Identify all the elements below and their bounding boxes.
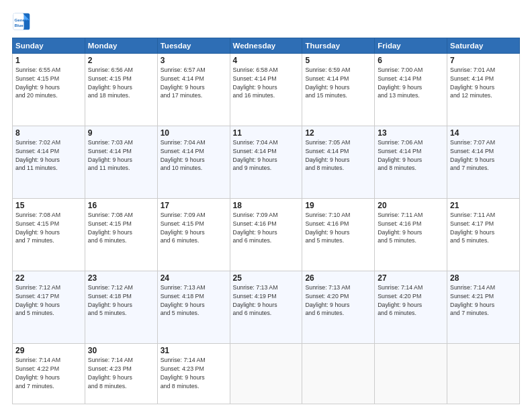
day-number: 12 (305, 128, 371, 138)
calendar-cell: 25Sunrise: 7:13 AM Sunset: 4:19 PM Dayli… (230, 271, 302, 344)
calendar-cell: 16Sunrise: 7:08 AM Sunset: 4:15 PM Dayli… (85, 199, 157, 271)
day-info: Sunrise: 7:09 AM Sunset: 4:15 PM Dayligh… (161, 211, 227, 245)
day-number: 10 (161, 128, 227, 138)
day-number: 14 (450, 128, 517, 138)
calendar-cell: 21Sunrise: 7:11 AM Sunset: 4:17 PM Dayli… (447, 199, 520, 271)
calendar-cell: 18Sunrise: 7:09 AM Sunset: 4:16 PM Dayli… (230, 199, 302, 271)
day-number: 9 (88, 128, 154, 138)
calendar-cell: 4Sunrise: 6:58 AM Sunset: 4:14 PM Daylig… (230, 54, 302, 126)
day-info: Sunrise: 7:00 AM Sunset: 4:14 PM Dayligh… (378, 66, 444, 100)
day-info: Sunrise: 7:04 AM Sunset: 4:14 PM Dayligh… (233, 138, 300, 173)
day-info: Sunrise: 7:11 AM Sunset: 4:17 PM Dayligh… (450, 211, 517, 245)
day-info: Sunrise: 7:05 AM Sunset: 4:14 PM Dayligh… (305, 138, 371, 173)
day-number: 19 (305, 201, 371, 210)
calendar-cell: 31Sunrise: 7:14 AM Sunset: 4:23 PM Dayli… (157, 344, 230, 404)
calendar-table: SundayMondayTuesdayWednesdayThursdayFrid… (12, 38, 520, 404)
calendar-cell: 9Sunrise: 7:03 AM Sunset: 4:14 PM Daylig… (85, 126, 157, 199)
day-info: Sunrise: 7:06 AM Sunset: 4:14 PM Dayligh… (378, 138, 444, 173)
day-number: 30 (88, 346, 154, 355)
calendar-week-row: 1Sunrise: 6:55 AM Sunset: 4:15 PM Daylig… (13, 54, 520, 126)
day-info: Sunrise: 7:04 AM Sunset: 4:14 PM Dayligh… (161, 138, 227, 173)
day-number: 16 (88, 201, 154, 210)
day-number: 21 (450, 201, 517, 210)
day-number: 17 (161, 201, 227, 210)
day-info: Sunrise: 7:13 AM Sunset: 4:18 PM Dayligh… (161, 283, 227, 318)
day-number: 2 (88, 56, 154, 65)
day-number: 31 (161, 346, 227, 355)
calendar-cell: 7Sunrise: 7:01 AM Sunset: 4:14 PM Daylig… (447, 54, 520, 126)
calendar-cell: 6Sunrise: 7:00 AM Sunset: 4:14 PM Daylig… (375, 54, 447, 126)
calendar-cell (230, 344, 302, 404)
calendar-cell (447, 344, 520, 404)
day-info: Sunrise: 7:14 AM Sunset: 4:22 PM Dayligh… (15, 356, 82, 390)
calendar-cell (302, 344, 375, 404)
day-number: 4 (233, 56, 300, 65)
logo: General Blue (12, 12, 34, 31)
calendar-cell: 27Sunrise: 7:14 AM Sunset: 4:20 PM Dayli… (375, 271, 447, 344)
day-info: Sunrise: 7:14 AM Sunset: 4:23 PM Dayligh… (161, 356, 227, 390)
calendar-cell: 2Sunrise: 6:56 AM Sunset: 4:15 PM Daylig… (85, 54, 157, 126)
day-info: Sunrise: 7:12 AM Sunset: 4:18 PM Dayligh… (88, 283, 154, 318)
day-info: Sunrise: 7:07 AM Sunset: 4:14 PM Dayligh… (450, 138, 517, 173)
day-info: Sunrise: 7:14 AM Sunset: 4:20 PM Dayligh… (378, 283, 444, 318)
day-info: Sunrise: 7:14 AM Sunset: 4:23 PM Dayligh… (88, 356, 154, 390)
day-number: 22 (15, 273, 82, 283)
calendar-cell: 12Sunrise: 7:05 AM Sunset: 4:14 PM Dayli… (302, 126, 375, 199)
day-number: 18 (233, 201, 300, 210)
weekday-header-sunday: Sunday (13, 38, 85, 54)
svg-text:General: General (15, 17, 30, 22)
calendar-cell: 17Sunrise: 7:09 AM Sunset: 4:15 PM Dayli… (157, 199, 230, 271)
day-number: 29 (15, 346, 82, 355)
day-info: Sunrise: 7:01 AM Sunset: 4:14 PM Dayligh… (450, 66, 517, 100)
day-info: Sunrise: 7:13 AM Sunset: 4:20 PM Dayligh… (305, 283, 371, 318)
calendar-cell: 22Sunrise: 7:12 AM Sunset: 4:17 PM Dayli… (13, 271, 85, 344)
weekday-header-row: SundayMondayTuesdayWednesdayThursdayFrid… (13, 38, 520, 54)
calendar-cell: 24Sunrise: 7:13 AM Sunset: 4:18 PM Dayli… (157, 271, 230, 344)
day-number: 11 (233, 128, 300, 138)
day-number: 3 (161, 56, 227, 65)
day-number: 26 (305, 273, 371, 283)
page: General Blue SundayMondayTuesdayWednesda… (0, 0, 532, 411)
calendar-week-row: 29Sunrise: 7:14 AM Sunset: 4:22 PM Dayli… (13, 344, 520, 404)
svg-text:Blue: Blue (15, 23, 24, 28)
calendar-cell: 8Sunrise: 7:02 AM Sunset: 4:14 PM Daylig… (13, 126, 85, 199)
day-number: 7 (450, 56, 517, 65)
day-number: 25 (233, 273, 300, 283)
day-info: Sunrise: 7:08 AM Sunset: 4:15 PM Dayligh… (88, 211, 154, 245)
day-info: Sunrise: 7:10 AM Sunset: 4:16 PM Dayligh… (305, 211, 371, 245)
calendar-cell: 26Sunrise: 7:13 AM Sunset: 4:20 PM Dayli… (302, 271, 375, 344)
day-number: 28 (450, 273, 517, 283)
calendar-cell: 14Sunrise: 7:07 AM Sunset: 4:14 PM Dayli… (447, 126, 520, 199)
day-info: Sunrise: 6:58 AM Sunset: 4:14 PM Dayligh… (233, 66, 300, 100)
day-info: Sunrise: 7:09 AM Sunset: 4:16 PM Dayligh… (233, 211, 300, 245)
calendar-cell: 19Sunrise: 7:10 AM Sunset: 4:16 PM Dayli… (302, 199, 375, 271)
day-number: 27 (378, 273, 444, 283)
day-info: Sunrise: 7:02 AM Sunset: 4:14 PM Dayligh… (15, 138, 82, 173)
calendar-week-row: 8Sunrise: 7:02 AM Sunset: 4:14 PM Daylig… (13, 126, 520, 199)
day-number: 8 (15, 128, 82, 138)
weekday-header-wednesday: Wednesday (230, 38, 302, 54)
day-info: Sunrise: 7:14 AM Sunset: 4:21 PM Dayligh… (450, 283, 517, 318)
calendar-week-row: 15Sunrise: 7:08 AM Sunset: 4:15 PM Dayli… (13, 199, 520, 271)
day-info: Sunrise: 6:59 AM Sunset: 4:14 PM Dayligh… (305, 66, 371, 100)
calendar-cell: 3Sunrise: 6:57 AM Sunset: 4:14 PM Daylig… (157, 54, 230, 126)
header: General Blue (12, 12, 520, 31)
calendar-cell: 5Sunrise: 6:59 AM Sunset: 4:14 PM Daylig… (302, 54, 375, 126)
day-number: 23 (88, 273, 154, 283)
day-number: 5 (305, 56, 371, 65)
calendar-cell: 23Sunrise: 7:12 AM Sunset: 4:18 PM Dayli… (85, 271, 157, 344)
weekday-header-friday: Friday (375, 38, 447, 54)
day-number: 15 (15, 201, 82, 210)
weekday-header-tuesday: Tuesday (157, 38, 230, 54)
day-info: Sunrise: 6:56 AM Sunset: 4:15 PM Dayligh… (88, 66, 154, 100)
weekday-header-saturday: Saturday (447, 38, 520, 54)
day-info: Sunrise: 7:03 AM Sunset: 4:14 PM Dayligh… (88, 138, 154, 173)
day-info: Sunrise: 7:13 AM Sunset: 4:19 PM Dayligh… (233, 283, 300, 318)
calendar-cell: 28Sunrise: 7:14 AM Sunset: 4:21 PM Dayli… (447, 271, 520, 344)
day-info: Sunrise: 6:55 AM Sunset: 4:15 PM Dayligh… (15, 66, 82, 100)
calendar-cell: 30Sunrise: 7:14 AM Sunset: 4:23 PM Dayli… (85, 344, 157, 404)
day-number: 20 (378, 201, 444, 210)
calendar-cell: 29Sunrise: 7:14 AM Sunset: 4:22 PM Dayli… (13, 344, 85, 404)
day-number: 6 (378, 56, 444, 65)
weekday-header-monday: Monday (85, 38, 157, 54)
